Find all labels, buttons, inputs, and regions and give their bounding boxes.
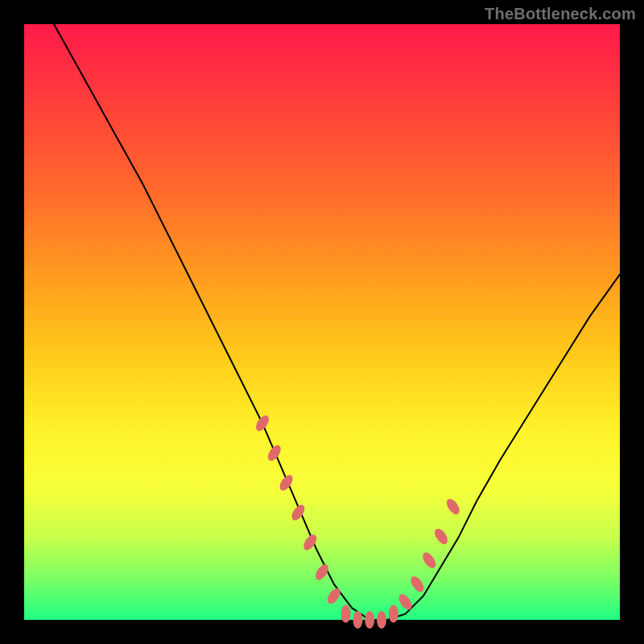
highlight-dot: [444, 497, 462, 517]
highlight-dot: [408, 574, 426, 594]
highlight-dot: [365, 611, 374, 629]
highlight-dot: [277, 473, 295, 493]
chart-svg: [24, 24, 620, 620]
highlight-dot: [254, 413, 271, 433]
highlight-dot: [389, 605, 398, 623]
highlight-dot: [396, 592, 414, 612]
highlight-dot: [353, 611, 362, 629]
plot-area: [24, 24, 620, 620]
chart-frame: TheBottleneck.com: [0, 0, 644, 644]
watermark: TheBottleneck.com: [485, 5, 636, 23]
highlight-dot: [432, 526, 450, 547]
highlight-dot: [325, 586, 343, 606]
highlight-dot: [420, 551, 438, 571]
highlight-dot: [266, 443, 283, 463]
highlight-dots: [254, 413, 462, 629]
bottleneck-curve: [54, 24, 620, 620]
highlight-dot: [341, 605, 351, 623]
highlight-dot: [377, 611, 386, 629]
